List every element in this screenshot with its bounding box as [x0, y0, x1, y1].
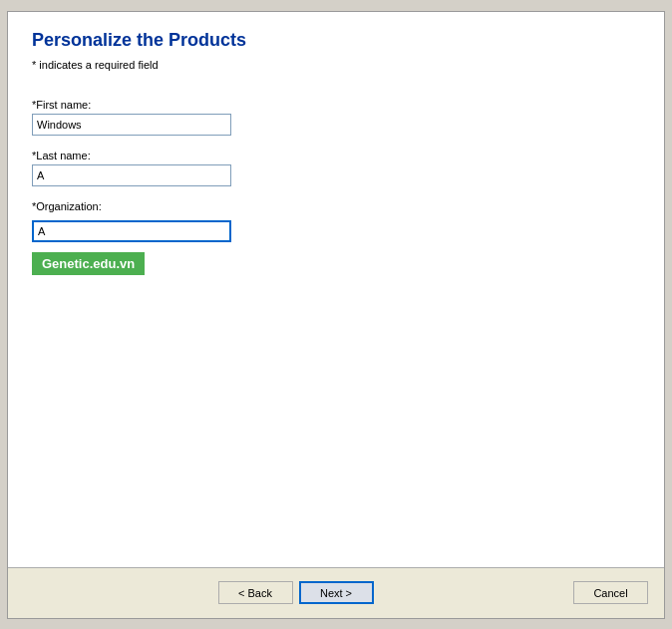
back-button[interactable]: < Back: [218, 581, 293, 604]
dialog-body: Personalize the Products * indicates a r…: [8, 12, 664, 568]
first-name-group: *First name:: [32, 99, 640, 136]
first-name-label: *First name:: [32, 99, 640, 111]
last-name-label: *Last name:: [32, 150, 640, 161]
first-name-input[interactable]: [32, 114, 231, 136]
organization-label: *Organization:: [32, 200, 640, 212]
cancel-button[interactable]: Cancel: [573, 581, 648, 604]
dialog-footer: < Back Next > Cancel: [8, 568, 664, 618]
next-button[interactable]: Next >: [299, 581, 374, 604]
last-name-input[interactable]: [32, 164, 231, 186]
required-note: * indicates a required field: [32, 59, 640, 71]
dialog-container: Personalize the Products * indicates a r…: [7, 11, 665, 619]
watermark-row: Genetic.edu.vn: [32, 220, 640, 275]
form-area: *First name: *Last name: *Organization: …: [32, 99, 640, 275]
last-name-group: *Last name:: [32, 150, 640, 186]
dialog-title: Personalize the Products: [32, 30, 640, 51]
watermark-badge: Genetic.edu.vn: [32, 252, 145, 275]
organization-input[interactable]: [32, 220, 231, 242]
organization-group: *Organization: Genetic.edu.vn: [32, 200, 640, 275]
